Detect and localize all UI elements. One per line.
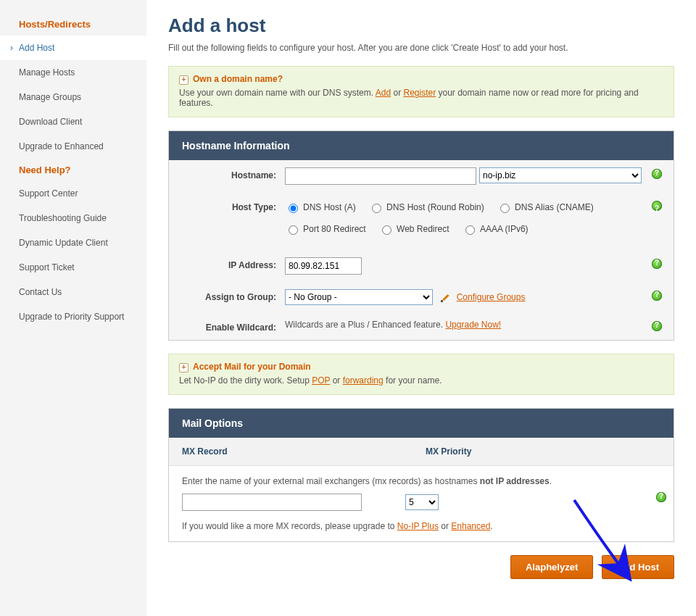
- page-title: Add a host: [168, 14, 674, 37]
- sidebar-item-manage-groups[interactable]: Manage Groups: [0, 85, 146, 109]
- sidebar-item-support-center[interactable]: Support Center: [0, 181, 146, 206]
- sidebar-item-contact[interactable]: Contact Us: [0, 280, 146, 304]
- page-subtitle: Fill out the following fields to configu…: [168, 43, 674, 53]
- radio-port80[interactable]: Port 80 Redirect: [285, 221, 366, 237]
- pop-link[interactable]: POP: [312, 375, 330, 386]
- own-domain-box: +Own a domain name? Use your own domain …: [168, 66, 674, 117]
- configure-groups-link[interactable]: Configure Groups: [457, 292, 526, 302]
- enhanced-link[interactable]: Enhanced: [451, 521, 490, 531]
- expand-icon[interactable]: +: [179, 363, 188, 372]
- sidebar-item-support-ticket[interactable]: Support Ticket: [0, 255, 146, 280]
- accept-mail-box: +Accept Mail for your Domain Let No-IP d…: [168, 354, 674, 395]
- sidebar-item-priority-support[interactable]: Upgrade to Priority Support: [0, 304, 146, 329]
- mx-priority-col: MX Priority: [413, 438, 484, 465]
- pencil-icon: [441, 293, 451, 303]
- add-host-button[interactable]: Add Host: [602, 555, 674, 579]
- noip-plus-link[interactable]: No-IP Plus: [397, 521, 439, 531]
- radio-aaaa[interactable]: AAAA (IPv6): [462, 221, 529, 237]
- ip-input[interactable]: [285, 257, 362, 275]
- mx-more-text: If you would like a more MX records, ple…: [182, 521, 660, 531]
- hostname-label: Hostname:: [176, 167, 285, 180]
- hostname-panel: Hostname Information Hostname: no-ip.biz…: [168, 130, 674, 341]
- accept-mail-text: Let No-IP do the dirty work. Setup POP o…: [179, 375, 663, 386]
- own-domain-text: Use your own domain name with our DNS sy…: [179, 88, 663, 108]
- forwarding-link[interactable]: forwarding: [343, 375, 384, 386]
- help-icon[interactable]: [652, 259, 662, 269]
- group-select[interactable]: - No Group -: [285, 289, 433, 305]
- mail-panel: Mail Options MX Record MX Priority Enter…: [168, 408, 674, 542]
- mx-priority-select[interactable]: 5: [405, 494, 439, 510]
- hostname-input[interactable]: [285, 167, 476, 185]
- mail-panel-header: Mail Options: [169, 409, 674, 438]
- sidebar-item-troubleshooting[interactable]: Troubleshooting Guide: [0, 206, 146, 230]
- expand-icon[interactable]: +: [179, 75, 188, 85]
- sidebar-section-hosts: Hosts/Redirects: [0, 13, 146, 36]
- help-icon[interactable]: [652, 321, 662, 331]
- accept-mail-title: Accept Mail for your Domain: [193, 362, 311, 372]
- wildcard-text: Wildcards are a Plus / Enhanced feature.: [285, 320, 445, 330]
- sidebar: Hosts/Redirects Add Host Manage Hosts Ma…: [0, 0, 146, 616]
- help-icon[interactable]: [652, 169, 662, 179]
- radio-dns-a[interactable]: DNS Host (A): [285, 199, 356, 215]
- hosttype-label: Host Type:: [176, 199, 285, 212]
- sidebar-item-download-client[interactable]: Download Client: [0, 109, 146, 134]
- sidebar-item-manage-hosts[interactable]: Manage Hosts: [0, 60, 146, 85]
- main-content: Add a host Fill out the following fields…: [146, 0, 696, 616]
- mx-record-col: MX Record: [169, 438, 413, 465]
- sidebar-item-ddns-client[interactable]: Dynamic Update Client: [0, 230, 146, 255]
- own-domain-title: Own a domain name?: [193, 74, 283, 84]
- help-icon[interactable]: [656, 492, 666, 502]
- radio-cname[interactable]: DNS Alias (CNAME): [497, 199, 594, 215]
- upgrade-now-link[interactable]: Upgrade Now!: [445, 320, 501, 330]
- radio-dns-rr[interactable]: DNS Host (Round Robin): [368, 199, 484, 215]
- group-label: Assign to Group:: [176, 289, 285, 302]
- add-domain-link[interactable]: Add: [376, 88, 391, 98]
- reset-button[interactable]: Alaphelyzet: [510, 555, 593, 579]
- mx-intro: Enter the name of your external mail exc…: [182, 476, 660, 486]
- help-icon[interactable]: [652, 201, 662, 211]
- sidebar-item-upgrade-enhanced[interactable]: Upgrade to Enhanced: [0, 134, 146, 159]
- sidebar-section-help: Need Help?: [0, 159, 146, 181]
- mx-record-input[interactable]: [182, 494, 362, 511]
- register-domain-link[interactable]: Register: [403, 88, 436, 98]
- sidebar-item-add-host[interactable]: Add Host: [0, 36, 146, 60]
- hostname-panel-header: Hostname Information: [169, 131, 674, 160]
- help-icon[interactable]: [652, 291, 662, 301]
- ip-label: IP Address:: [176, 257, 285, 270]
- radio-web-redirect[interactable]: Web Redirect: [378, 221, 449, 237]
- wildcard-label: Enable Wildcard:: [176, 320, 285, 333]
- domain-select[interactable]: no-ip.biz: [479, 167, 642, 183]
